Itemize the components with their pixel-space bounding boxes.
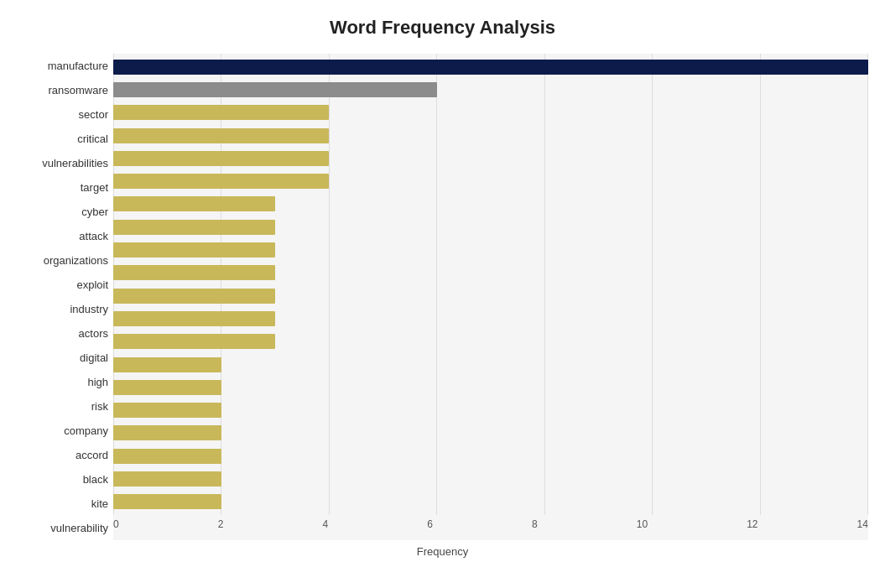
bars-section: 02468101214: [113, 54, 868, 540]
bar-row: [113, 241, 868, 259]
bar: [113, 380, 221, 395]
bar: [113, 220, 275, 235]
y-label: risk: [17, 396, 108, 418]
bar-row: [113, 492, 868, 511]
y-label: high: [17, 372, 108, 393]
y-label: black: [17, 469, 108, 491]
bar: [113, 403, 221, 418]
bar: [113, 471, 221, 487]
bars-wrapper: [113, 54, 868, 515]
y-label: company: [17, 420, 108, 442]
bar-row: [113, 149, 868, 168]
bar-row: [113, 424, 868, 442]
y-label: actors: [17, 323, 108, 345]
bar-row: [113, 263, 868, 282]
bar-row: [113, 310, 868, 328]
bar: [113, 128, 329, 143]
bar-row: [113, 447, 868, 466]
x-axis: 02468101214: [113, 515, 868, 540]
x-tick: 12: [747, 518, 757, 530]
bar-row: [113, 401, 868, 419]
bar: [113, 425, 221, 440]
y-labels: manufactureransomwaresectorcriticalvulne…: [17, 54, 113, 540]
bar-row: [113, 378, 868, 397]
y-label: organizations: [17, 250, 108, 272]
bar: [113, 311, 275, 326]
bar: [113, 494, 221, 509]
y-label: target: [17, 177, 108, 199]
bar: [113, 449, 221, 464]
y-label: digital: [17, 347, 108, 369]
y-label: vulnerabilities: [17, 153, 108, 174]
bar: [113, 242, 275, 258]
chart-title: Word Frequency Analysis: [17, 17, 868, 39]
bar: [113, 82, 437, 97]
x-tick: 14: [857, 518, 868, 530]
x-tick: 2: [218, 518, 224, 530]
y-label: industry: [17, 299, 108, 320]
bar: [113, 60, 868, 75]
bar: [113, 265, 275, 280]
bar-row: [113, 195, 868, 213]
y-label: exploit: [17, 274, 108, 296]
bar-row: [113, 58, 868, 76]
bar-row: [113, 218, 868, 237]
y-label: manufacture: [17, 55, 108, 77]
bar: [113, 289, 275, 304]
bar: [113, 151, 329, 166]
chart-area: manufactureransomwaresectorcriticalvulne…: [17, 54, 868, 540]
bar-row: [113, 470, 868, 488]
bar-row: [113, 287, 868, 305]
y-label: attack: [17, 226, 108, 247]
chart-container: Word Frequency Analysis manufactureranso…: [0, 0, 885, 588]
bar-row: [113, 81, 868, 99]
y-label: accord: [17, 445, 108, 466]
y-label: kite: [17, 493, 108, 515]
x-tick: 6: [427, 518, 433, 530]
bar: [113, 105, 329, 120]
bar-row: [113, 103, 868, 122]
bar: [113, 196, 275, 211]
x-tick: 10: [637, 518, 648, 530]
y-label: vulnerability: [17, 518, 108, 539]
x-tick: 8: [532, 518, 538, 530]
bar-row: [113, 172, 868, 190]
y-label: sector: [17, 104, 108, 126]
bar: [113, 174, 329, 189]
bar-row: [113, 332, 868, 351]
x-tick: 0: [113, 518, 119, 530]
bar: [113, 357, 221, 372]
y-label: critical: [17, 128, 108, 150]
y-label: cyber: [17, 201, 108, 223]
x-axis-label: Frequency: [17, 545, 868, 558]
bar-row: [113, 356, 868, 374]
bar-row: [113, 127, 868, 145]
y-label: ransomware: [17, 80, 108, 101]
x-tick: 4: [323, 518, 329, 530]
bar: [113, 334, 275, 349]
